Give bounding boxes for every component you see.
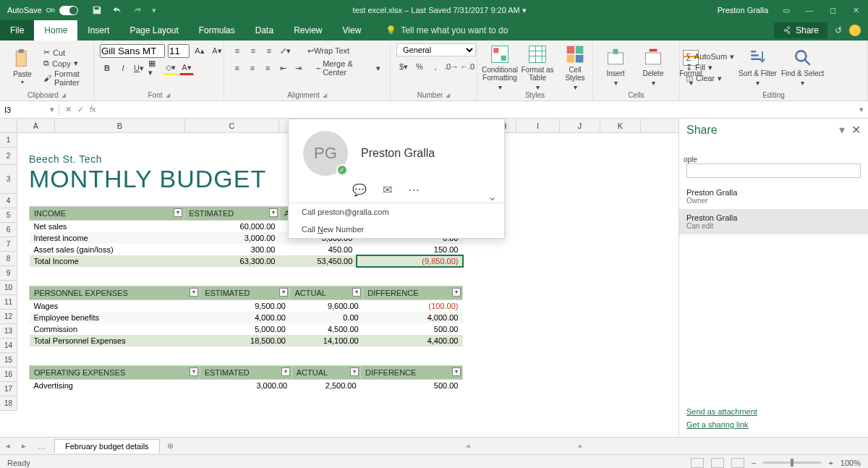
tab-formulas[interactable]: Formulas — [189, 20, 245, 41]
row-header-14[interactable]: 14 — [0, 339, 17, 353]
undo-icon[interactable] — [111, 4, 123, 16]
view-normal-icon[interactable] — [691, 458, 704, 468]
table-row[interactable]: Asset sales (gain/loss)300.00450.00150.0… — [30, 244, 463, 255]
row-header-2[interactable]: 2 — [0, 148, 17, 165]
col-header-K[interactable]: K — [600, 119, 641, 132]
tab-home[interactable]: Home — [34, 20, 77, 41]
filter-dropdown-icon[interactable]: ▾ — [269, 208, 278, 217]
invite-people-input[interactable] — [686, 163, 861, 178]
filter-dropdown-icon[interactable]: ▾ — [350, 367, 359, 376]
align-bottom-icon[interactable]: ≡ — [262, 43, 276, 58]
number-format-select[interactable]: General — [396, 43, 476, 56]
filter-dropdown-icon[interactable]: ▾ — [279, 288, 288, 297]
shrink-font-icon[interactable]: A▾ — [210, 43, 224, 58]
share-button[interactable]: Share — [774, 22, 827, 38]
font-color-button[interactable]: A▾ — [179, 61, 194, 75]
delete-cells-button[interactable]: Delete▾ — [637, 48, 670, 87]
cell-styles-button[interactable]: Cell Styles▾ — [558, 44, 592, 91]
tab-insert[interactable]: Insert — [77, 20, 119, 41]
row-header-17[interactable]: 17 — [0, 382, 17, 396]
share-person[interactable]: Preston GrallaCan edit — [679, 209, 868, 234]
filter-dropdown-icon[interactable]: ▾ — [190, 288, 198, 297]
table-header[interactable]: OPERATING EXPENSES▾ — [30, 366, 200, 380]
align-center-icon[interactable]: ≡ — [245, 61, 259, 75]
align-middle-icon[interactable]: ≡ — [246, 43, 260, 58]
table-header[interactable]: PERSONNEL EXPENSES▾ — [30, 286, 200, 300]
autosum-button[interactable]: ∑AutoSum ▾ — [686, 52, 734, 61]
col-header-A[interactable]: A — [17, 119, 55, 132]
select-all-corner[interactable] — [0, 119, 17, 132]
tab-page-layout[interactable]: Page Layout — [119, 20, 188, 41]
sheet-tab-active[interactable]: February budget details — [54, 439, 160, 453]
enter-formula-icon[interactable]: ✓ — [77, 105, 84, 114]
cut-button[interactable]: ✂Cut — [43, 48, 88, 57]
view-page-break-icon[interactable] — [731, 458, 744, 468]
underline-button[interactable]: U ▾ — [132, 61, 146, 75]
sheet-nav-prev-icon[interactable]: ◂ — [0, 441, 16, 451]
find-select-button[interactable]: Find & Select▾ — [781, 48, 824, 87]
view-page-layout-icon[interactable] — [711, 458, 724, 468]
indent-inc-icon[interactable]: ⇥ — [292, 61, 305, 75]
tell-me-search[interactable]: 💡 Tell me what you want to do — [386, 20, 508, 41]
mail-icon[interactable]: ✉ — [383, 183, 392, 197]
chevron-down-icon[interactable]: ⌄ — [488, 190, 497, 203]
row-header-16[interactable]: 16 — [0, 367, 17, 382]
wrap-text-button[interactable]: ↩ Wrap Text — [304, 43, 353, 58]
row-header-1[interactable]: 1 — [0, 133, 17, 148]
row-header-18[interactable]: 18 — [0, 396, 17, 411]
align-right-icon[interactable]: ≡ — [261, 61, 275, 75]
row-header-11[interactable]: 11 — [0, 295, 17, 310]
filter-dropdown-icon[interactable]: ▾ — [190, 367, 198, 376]
table-header[interactable]: ACTUAL▾ — [292, 366, 360, 380]
bold-button[interactable]: B — [100, 61, 114, 75]
table-header[interactable]: ESTIMATED▾ — [200, 286, 290, 300]
align-top-icon[interactable]: ≡ — [230, 43, 244, 58]
col-header-J[interactable]: J — [560, 119, 600, 132]
paste-button[interactable]: Paste▾ — [6, 48, 39, 86]
minimize-icon[interactable]: — — [804, 6, 814, 15]
send-as-attachment-link[interactable]: Send as attachment — [686, 405, 861, 418]
row-header-9[interactable]: 9 — [0, 266, 17, 281]
tab-file[interactable]: File — [0, 20, 34, 41]
table-total-row[interactable]: Total Income63,300.0053,450.00(9,850.00) — [30, 255, 463, 267]
close-pane-icon[interactable]: ✕ — [851, 124, 861, 136]
font-name-input[interactable] — [100, 44, 165, 58]
align-left-icon[interactable]: ≡ — [230, 61, 244, 75]
filter-dropdown-icon[interactable]: ▾ — [452, 367, 461, 376]
table-row[interactable]: Wages9,500.009,600.00(100.00) — [30, 300, 463, 312]
close-icon[interactable]: ✕ — [851, 6, 861, 15]
zoom-level[interactable]: 100% — [841, 459, 861, 467]
row-header-12[interactable]: 12 — [0, 310, 17, 324]
cancel-formula-icon[interactable]: ✕ — [65, 105, 72, 114]
call-new-number-item[interactable]: Call New Number — [289, 221, 504, 238]
worksheet[interactable]: ABCDFGHIJK 123456789101112131415161718 B… — [0, 119, 678, 437]
insert-cells-button[interactable]: Insert▾ — [599, 48, 632, 87]
border-button[interactable]: ▦ ▾ — [148, 61, 162, 75]
redo-icon[interactable] — [132, 4, 143, 16]
row-header-5[interactable]: 5 — [0, 208, 17, 223]
table-header[interactable]: ESTIMATED▾ — [184, 207, 280, 221]
get-sharing-link[interactable]: Get a sharing link — [686, 418, 861, 431]
row-header-8[interactable]: 8 — [0, 252, 17, 266]
table-row[interactable]: Advertising3,000.002,500.00500.00 — [30, 380, 463, 392]
fill-color-button[interactable]: ◇▾ — [163, 61, 178, 75]
sort-filter-button[interactable]: Sort & Filter▾ — [739, 48, 777, 87]
call-email-item[interactable]: Call preston@gralla.com — [289, 203, 504, 221]
conditional-formatting-button[interactable]: Conditional Formatting▾ — [483, 44, 516, 91]
name-box[interactable]: I3▾ — [0, 105, 59, 114]
format-painter-button[interactable]: 🖌Format Painter — [43, 69, 88, 87]
percent-icon[interactable]: % — [412, 59, 427, 74]
qat-more-icon[interactable]: ▾ — [152, 6, 156, 15]
table-row[interactable]: Commission5,000.004,500.00500.00 — [30, 323, 463, 335]
autosave-toggle[interactable]: AutoSave On — [0, 6, 85, 15]
currency-icon[interactable]: $▾ — [396, 59, 411, 74]
col-header-B[interactable]: B — [55, 119, 185, 132]
chat-icon[interactable]: 💬 — [352, 183, 367, 197]
row-header-13[interactable]: 13 — [0, 324, 17, 339]
save-icon[interactable] — [91, 4, 103, 16]
sheet-nav-next-icon[interactable]: ▸ — [16, 441, 32, 451]
filter-dropdown-icon[interactable]: ▾ — [352, 288, 361, 297]
font-size-input[interactable] — [168, 44, 190, 58]
maximize-icon[interactable]: ◻ — [827, 6, 838, 15]
table-header[interactable]: DIFFERENCE▾ — [361, 366, 463, 380]
